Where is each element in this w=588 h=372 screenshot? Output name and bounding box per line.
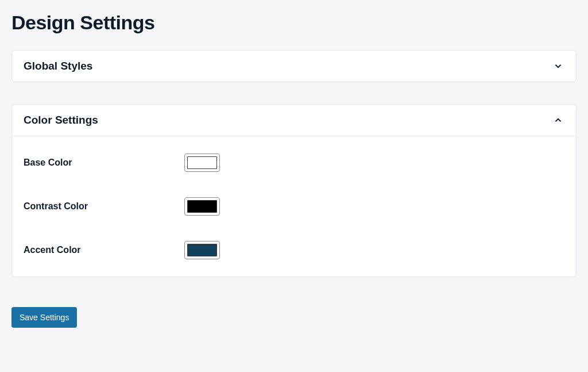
- base-color-row: Base Color: [24, 154, 564, 172]
- accent-color-label: Accent Color: [24, 245, 184, 255]
- contrast-color-picker[interactable]: [184, 197, 220, 216]
- global-styles-header[interactable]: Global Styles: [12, 51, 576, 82]
- contrast-color-swatch: [187, 200, 217, 213]
- base-color-label: Base Color: [24, 158, 184, 168]
- base-color-picker[interactable]: [184, 154, 220, 172]
- page-title: Design Settings: [11, 11, 577, 34]
- accent-color-swatch: [187, 244, 217, 256]
- global-styles-title: Global Styles: [24, 60, 92, 72]
- accent-color-row: Accent Color: [24, 241, 564, 259]
- global-styles-section: Global Styles: [11, 50, 577, 82]
- color-settings-body: Base Color Contrast Color Accent Color: [12, 136, 576, 277]
- color-settings-title: Color Settings: [24, 114, 98, 126]
- base-color-swatch: [187, 156, 217, 169]
- contrast-color-label: Contrast Color: [24, 201, 184, 212]
- color-settings-header[interactable]: Color Settings: [12, 105, 576, 136]
- contrast-color-row: Contrast Color: [24, 197, 564, 216]
- color-settings-section: Color Settings Base Color Contrast Color…: [11, 104, 577, 277]
- chevron-up-icon: [552, 114, 564, 126]
- save-settings-button[interactable]: Save Settings: [11, 307, 77, 328]
- chevron-down-icon: [552, 60, 564, 72]
- accent-color-picker[interactable]: [184, 241, 220, 259]
